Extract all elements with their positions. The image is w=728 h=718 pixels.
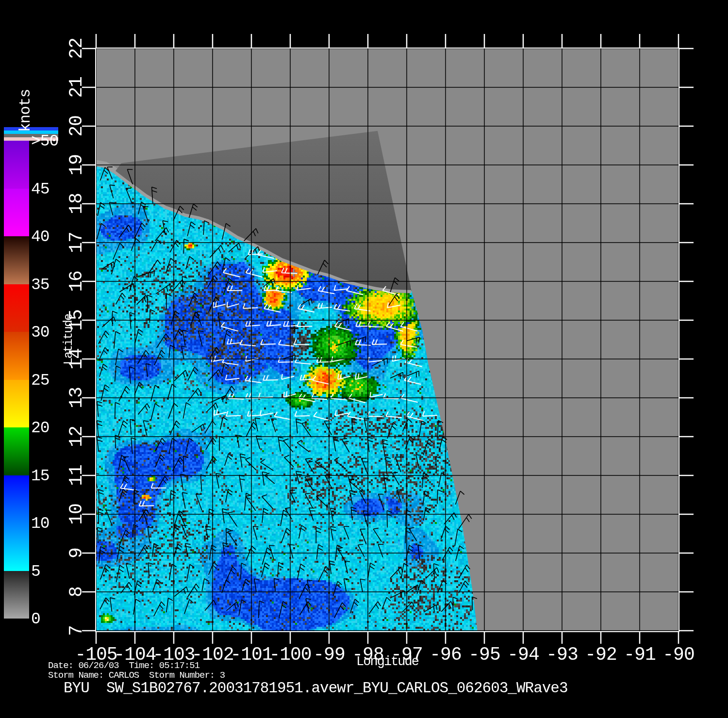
product-filename-title: BYU SW_S1B02767.20031781951.avewr_BYU_CA…: [64, 680, 568, 697]
x-tick-label: -92: [585, 644, 616, 665]
y-tick-label: 19: [66, 154, 87, 176]
colorbar-segment: [4, 571, 29, 619]
colorbar-segment: [4, 189, 29, 237]
colorbar-tick-label: 40: [31, 228, 50, 246]
y-axis-title: Latitude: [62, 314, 76, 365]
y-tick-label: 16: [66, 271, 87, 292]
x-tick-label: -99: [313, 644, 345, 665]
x-tick-label: -100: [269, 644, 311, 665]
colorbar-tick-label: >50: [31, 132, 58, 150]
colorbar-segment: [4, 380, 29, 428]
x-tick-label: -96: [430, 644, 461, 665]
colorbar-segment: [4, 475, 29, 523]
y-tick-label: 21: [66, 77, 87, 98]
x-tick-label: -93: [546, 644, 578, 665]
y-tick-label: 11: [66, 465, 87, 486]
x-tick-label: -94: [507, 644, 539, 665]
colorbar-tick-label: 45: [31, 180, 50, 198]
x-tick-label: -101: [230, 644, 272, 665]
wind-field-map-canvas: [0, 0, 728, 718]
colorbar-segment: [4, 523, 29, 571]
colorbar-tick-label: 10: [31, 515, 50, 533]
colorbar-segment: [4, 236, 29, 284]
y-tick-label: 18: [66, 193, 87, 214]
colorbar-tick-label: 30: [31, 324, 50, 342]
y-tick-label: 20: [66, 115, 87, 137]
x-tick-label: -90: [662, 644, 694, 665]
date-time-text: Date: 06/26/03 Time: 05:17:51: [48, 660, 199, 671]
scatterometer-wind-plot: >50454035302520151050 knots -105-104-103…: [0, 0, 728, 718]
y-tick-label: 13: [66, 387, 87, 408]
x-axis-title: Longitude: [356, 654, 418, 669]
y-tick-label: 12: [66, 426, 87, 447]
colorbar-segment: [4, 427, 29, 475]
colorbar-tick-label: 0: [31, 610, 40, 628]
colorbar-tick-label: 35: [31, 276, 50, 294]
y-tick-label: 10: [66, 504, 87, 525]
x-tick-label: -91: [624, 644, 655, 665]
y-tick-label: 22: [66, 38, 87, 59]
colorbar-title: knots: [17, 89, 34, 132]
y-tick-label: 7: [66, 625, 87, 636]
colorbar-segment: [4, 141, 29, 189]
colorbar-segment: [4, 332, 29, 380]
colorbar-tick-label: 5: [31, 562, 40, 580]
colorbar-tick-label: 25: [31, 371, 50, 389]
y-tick-label: 8: [66, 587, 87, 597]
x-tick-label: -95: [468, 644, 500, 665]
y-tick-label: 9: [66, 548, 87, 558]
y-tick-label: 17: [66, 232, 87, 253]
colorbar-tick-label: 15: [31, 467, 50, 485]
colorbar-segment: [4, 284, 29, 332]
colorbar-tick-label: 20: [31, 419, 50, 437]
storm-info-text: Storm Name: CARLOS Storm Number: 3: [48, 670, 225, 681]
